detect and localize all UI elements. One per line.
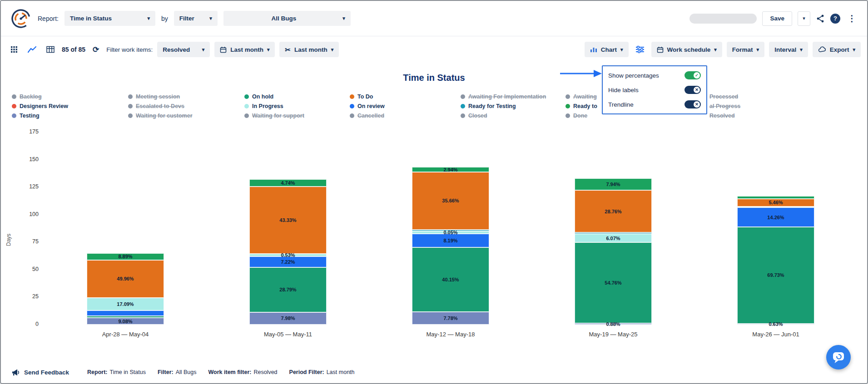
legend-item-label: To Do bbox=[357, 94, 373, 100]
legend-item[interactable]: Ready to bbox=[565, 101, 597, 111]
footer-summary: Report:Time in StatusFilter:All BugsWork… bbox=[87, 369, 366, 375]
refresh-button[interactable]: ⟳ bbox=[90, 43, 102, 56]
legend-item-label: Testing bbox=[20, 113, 40, 119]
save-dropdown-button[interactable]: ▾ bbox=[798, 11, 810, 26]
settings-label: Hide labels bbox=[608, 87, 639, 94]
work-schedule-select[interactable]: Work schedule ▾ bbox=[651, 42, 722, 57]
legend-item-label: Backlog bbox=[20, 94, 42, 100]
status-filter-select[interactable]: Resolved ▾ bbox=[157, 42, 210, 57]
period-filter-value: Last month bbox=[230, 46, 263, 53]
toggle-hide-labels[interactable]: ✕ bbox=[684, 86, 701, 94]
segment-percent-label: 17.09% bbox=[117, 301, 134, 307]
period-filter-select[interactable]: Last month ▾ bbox=[214, 42, 275, 57]
send-feedback-button[interactable]: Send Feedback bbox=[12, 369, 69, 376]
more-menu-button[interactable]: ⋮ bbox=[846, 13, 858, 24]
y-axis-tick: 125 bbox=[16, 183, 39, 190]
legend-dot bbox=[350, 113, 354, 118]
export-select[interactable]: Export ▾ bbox=[813, 42, 861, 57]
legend-item[interactable]: On hold bbox=[244, 92, 304, 101]
interval-select[interactable]: Interval ▾ bbox=[769, 42, 808, 57]
segment-percent-label: 6.07% bbox=[606, 236, 620, 241]
grid-view-button[interactable] bbox=[7, 43, 21, 56]
legend-item[interactable]: Waiting for customer bbox=[128, 111, 193, 120]
legend-dot bbox=[461, 94, 465, 99]
bar-segment: 7.98% bbox=[249, 312, 327, 325]
share-button[interactable] bbox=[816, 14, 825, 23]
legend-item-label: On hold bbox=[252, 94, 273, 100]
work-schedule-value: Work schedule bbox=[667, 46, 711, 53]
footer: Send Feedback Report:Time in StatusFilte… bbox=[1, 363, 377, 381]
save-button[interactable]: Save bbox=[762, 11, 792, 26]
bar-segment: 0.63% bbox=[737, 324, 814, 325]
bar-segment: 7.94% bbox=[575, 178, 652, 190]
legend-item[interactable]: Escalated to Devs bbox=[128, 101, 193, 111]
legend-dot bbox=[12, 113, 16, 118]
settings-row-hide-labels: Hide labels✕ bbox=[608, 83, 701, 97]
chart-settings-popup: Show percentages✓Hide labels✕Trendline✕ bbox=[602, 65, 707, 114]
legend-item[interactable]: On review bbox=[350, 101, 385, 111]
bar-segment: 40.15% bbox=[412, 247, 489, 312]
bar-segment: 8.89% bbox=[87, 253, 164, 260]
legend-item[interactable]: Backlog bbox=[12, 92, 68, 101]
chart-settings-button[interactable] bbox=[633, 43, 647, 56]
legend-item-label: Closed bbox=[468, 113, 487, 119]
chat-widget-button[interactable] bbox=[826, 345, 851, 369]
legend-item[interactable]: Awaiting bbox=[565, 92, 597, 101]
stacked-bar: 0.63%69.73%14.26%5.46% bbox=[737, 196, 814, 325]
legend-item[interactable]: In Progress bbox=[244, 101, 304, 111]
legend-item[interactable]: To Do bbox=[350, 92, 385, 101]
segment-percent-label: 5.46% bbox=[769, 200, 783, 205]
chevron-down-icon: ▾ bbox=[620, 47, 623, 53]
legend-item[interactable]: Closed bbox=[461, 111, 546, 120]
legend-dot bbox=[244, 94, 249, 99]
app-logo bbox=[10, 8, 32, 30]
legend-item[interactable]: Meeting session bbox=[128, 92, 193, 101]
legend-item[interactable]: Done bbox=[565, 111, 597, 120]
bar-segment: 49.96% bbox=[87, 260, 164, 298]
legend-item[interactable]: Waiting for support bbox=[244, 111, 304, 120]
legend-item[interactable]: Ready for Testing bbox=[461, 101, 546, 111]
segment-percent-label: 7.78% bbox=[443, 315, 457, 321]
x-icon: ✕ bbox=[694, 87, 700, 93]
legend-item[interactable]: Cancelled bbox=[350, 111, 385, 120]
toggle-show-percentages[interactable]: ✓ bbox=[684, 71, 701, 79]
legend-item-label: In Progress bbox=[252, 103, 283, 109]
legend-item[interactable]: Designers Review bbox=[12, 101, 68, 111]
segment-percent-label: 0.05% bbox=[443, 230, 457, 235]
grid-icon bbox=[10, 46, 18, 53]
loading-placeholder bbox=[689, 14, 757, 24]
toggle-trendline[interactable]: ✕ bbox=[684, 100, 701, 108]
sprint-filter-select[interactable]: ✂ Last month ▾ bbox=[279, 42, 339, 57]
chevron-down-icon: ▾ bbox=[757, 47, 759, 53]
segment-percent-label: 54.76% bbox=[605, 280, 621, 286]
app-window: { "header": { "report_label": "Report:",… bbox=[0, 0, 868, 384]
chart-view-button[interactable] bbox=[25, 43, 39, 56]
legend-column: AwaitingReady toDone bbox=[565, 92, 597, 120]
segment-percent-label: 0.53% bbox=[281, 252, 295, 258]
saved-filter-select[interactable]: All Bugs ▾ bbox=[223, 11, 351, 26]
segment-percent-label: 28.79% bbox=[279, 287, 296, 292]
segment-percent-label: 0.88% bbox=[606, 321, 620, 327]
format-value: Format bbox=[732, 46, 753, 53]
chart-type-select[interactable]: Chart ▾ bbox=[585, 42, 629, 57]
segment-percent-label: 7.94% bbox=[606, 182, 620, 187]
legend-item[interactable]: Processed bbox=[709, 92, 740, 101]
legend-item[interactable]: Awaiting For Implementation bbox=[461, 92, 546, 101]
settings-row-trendline: Trendline✕ bbox=[608, 97, 701, 112]
legend-item[interactable]: Testing bbox=[12, 111, 68, 120]
legend-item[interactable]: Resolved bbox=[709, 111, 740, 120]
stacked-bar: 7.98%28.79%7.22%0.53%43.33%4.74% bbox=[249, 179, 327, 325]
toolbar: 85 of 85 ⟳ Filter work items: Resolved ▾… bbox=[1, 36, 867, 63]
y-axis-title: Days bbox=[5, 234, 12, 246]
legend-item[interactable]: al Progress bbox=[709, 101, 740, 111]
bar-segment bbox=[737, 196, 814, 199]
x-axis-label: May-19 — May-25 bbox=[532, 331, 694, 338]
bar-segment bbox=[737, 207, 814, 208]
help-button[interactable]: ? bbox=[830, 14, 840, 24]
y-axis-tick: 100 bbox=[16, 211, 39, 217]
format-select[interactable]: Format ▾ bbox=[727, 42, 764, 57]
filter-mode-select[interactable]: Filter ▾ bbox=[174, 11, 218, 26]
table-view-button[interactable] bbox=[44, 43, 57, 56]
report-type-select[interactable]: Time in Status ▾ bbox=[64, 11, 155, 26]
scissors-icon: ✂ bbox=[285, 46, 291, 53]
